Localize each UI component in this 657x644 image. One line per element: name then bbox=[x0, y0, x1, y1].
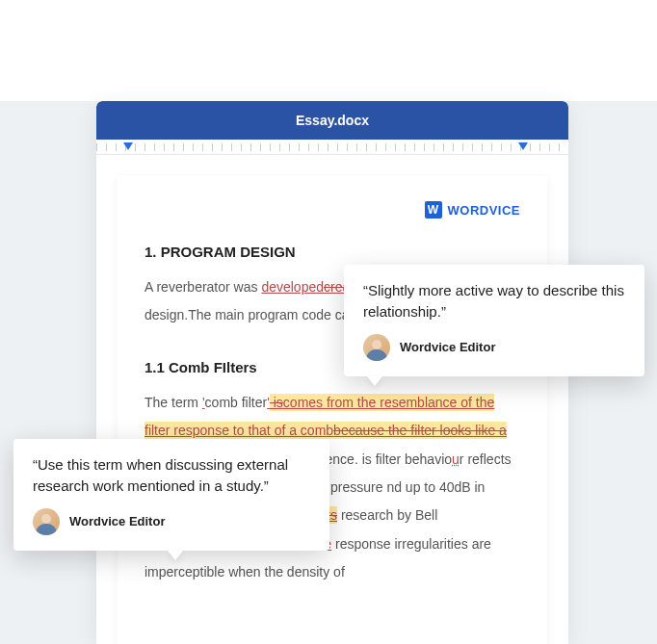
text: is filter behavio bbox=[362, 451, 452, 467]
spelling-mark: u bbox=[452, 451, 460, 467]
brand: W WORDVICE bbox=[145, 201, 520, 219]
brand-icon: W bbox=[425, 201, 442, 219]
page: W WORDVICE 1. PROGRAM DESIGN A reverbera… bbox=[118, 176, 547, 644]
pointer-icon bbox=[168, 551, 183, 560]
text: The term bbox=[145, 395, 202, 410]
comment-text: “Use this term when discussing external … bbox=[33, 454, 310, 497]
brand-name: WORDVICE bbox=[448, 203, 521, 218]
pointer-icon bbox=[367, 376, 382, 386]
deletion: is bbox=[270, 394, 283, 411]
comment-author: Wordvice Editor bbox=[363, 334, 625, 361]
author-name: Wordvice Editor bbox=[400, 340, 495, 354]
titlebar: Essay.docx bbox=[96, 101, 568, 140]
avatar bbox=[363, 334, 390, 361]
text: research by Bell bbox=[337, 507, 437, 523]
comment-author: Wordvice Editor bbox=[33, 508, 310, 535]
heading-1: 1. PROGRAM DESIGN bbox=[145, 244, 520, 260]
ruler[interactable] bbox=[96, 140, 568, 155]
text: design.The main program code can bbox=[145, 307, 356, 322]
insertion: developed bbox=[261, 279, 324, 295]
comment-bubble[interactable]: “Use this term when discussing external … bbox=[13, 439, 329, 551]
text: comb filter bbox=[205, 395, 268, 410]
author-name: Wordvice Editor bbox=[69, 514, 165, 528]
comment-text: “Slightly more active way to describe th… bbox=[363, 280, 625, 322]
text: A reverberator was bbox=[145, 279, 261, 295]
comment-bubble[interactable]: “Slightly more active way to describe th… bbox=[344, 265, 644, 376]
avatar bbox=[33, 508, 60, 535]
document-filename: Essay.docx bbox=[296, 113, 369, 128]
